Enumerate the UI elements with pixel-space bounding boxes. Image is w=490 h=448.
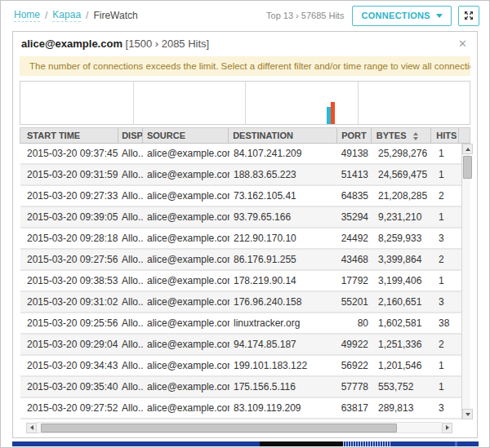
scroll-right-button[interactable] bbox=[442, 423, 452, 433]
cell-disposition: Allo... bbox=[118, 250, 143, 269]
chart-bar bbox=[331, 102, 335, 124]
close-icon[interactable]: ✕ bbox=[457, 38, 469, 50]
table-row[interactable]: 2015-03-20 09:27:33Allo...alice@example.… bbox=[20, 186, 461, 207]
table-row[interactable]: 2015-03-20 09:38:53Allo...alice@example.… bbox=[20, 271, 461, 292]
connections-table: START TIME DISPO SOURCE DESTINATION PORT… bbox=[20, 127, 470, 433]
cell-bytes: 1,602,581 bbox=[373, 313, 434, 333]
chart-gridline bbox=[133, 82, 134, 124]
scroll-up-button[interactable] bbox=[462, 144, 473, 154]
cell-start-time: 2015-03-20 09:38:53 bbox=[20, 271, 118, 291]
cell-hits: 1 bbox=[434, 377, 461, 397]
cell-destination: 83.109.119.209 bbox=[229, 398, 339, 418]
chart-gridline bbox=[245, 82, 246, 124]
scroll-down-button[interactable] bbox=[462, 409, 473, 419]
cell-start-time: 2015-03-20 09:29:04 bbox=[20, 335, 118, 354]
cell-start-time: 2015-03-20 09:37:45 bbox=[20, 144, 118, 163]
cell-hits: 2 bbox=[434, 335, 461, 354]
triangle-up-icon bbox=[466, 148, 470, 151]
cell-hits: 38 bbox=[434, 313, 461, 333]
cell-destination: 188.83.65.223 bbox=[229, 165, 339, 184]
vertical-scrollbar[interactable] bbox=[461, 144, 470, 419]
cell-bytes: 25,298,276 bbox=[373, 144, 434, 163]
connections-dropdown-button[interactable]: CONNECTIONS bbox=[352, 6, 452, 26]
top-bar: Home / Kapaa / FireWatch Top 13 › 57685 … bbox=[1, 1, 489, 30]
table-row[interactable]: 2015-03-20 09:31:02Allo...alice@example.… bbox=[20, 292, 461, 313]
window-edge-segment bbox=[392, 441, 455, 446]
table-row[interactable]: 2015-03-20 09:28:18Allo...alice@example.… bbox=[20, 228, 461, 250]
table-row[interactable]: 2015-03-20 09:34:43Allo...alice@example.… bbox=[20, 356, 461, 377]
vertical-scroll-thumb[interactable] bbox=[463, 156, 472, 179]
window-edge-segment bbox=[457, 441, 479, 446]
triangle-down-icon bbox=[466, 413, 470, 416]
cell-source: alice@example.com bbox=[143, 250, 229, 269]
cell-disposition: Allo... bbox=[118, 165, 143, 184]
table-row[interactable]: 2015-03-20 09:27:52Allo...alice@example.… bbox=[20, 398, 461, 419]
cell-start-time: 2015-03-20 09:27:33 bbox=[20, 186, 118, 206]
triangle-right-icon bbox=[446, 425, 449, 430]
column-header-hits[interactable]: HITS bbox=[430, 128, 458, 143]
cell-disposition: Allo... bbox=[118, 144, 143, 163]
cell-destination: 176.96.240.158 bbox=[229, 292, 339, 312]
cell-source: alice@example.com bbox=[143, 356, 229, 375]
cell-source: alice@example.com bbox=[143, 271, 229, 291]
cell-port: 80 bbox=[339, 313, 373, 333]
column-header-source[interactable]: SOURCE bbox=[142, 128, 228, 143]
column-header-disposition[interactable]: DISPO bbox=[118, 128, 142, 143]
column-header-bytes[interactable]: BYTES bbox=[371, 128, 430, 143]
breadcrumb-kapaa[interactable]: Kapaa bbox=[52, 9, 81, 22]
column-header-bytes-label: BYTES bbox=[376, 131, 407, 140]
cell-bytes: 24,569,475 bbox=[373, 165, 434, 184]
horizontal-scroll-thumb[interactable] bbox=[41, 424, 397, 432]
horizontal-scroll-track[interactable] bbox=[37, 422, 442, 433]
cell-destination: 199.101.183.122 bbox=[229, 356, 339, 375]
cell-source: alice@example.com bbox=[143, 377, 229, 397]
triangle-left-icon bbox=[30, 425, 33, 430]
column-header-port[interactable]: PORT bbox=[336, 128, 371, 143]
table-header: START TIME DISPO SOURCE DESTINATION PORT… bbox=[20, 127, 470, 144]
cell-port: 51413 bbox=[339, 165, 373, 184]
horizontal-scrollbar[interactable] bbox=[26, 422, 452, 433]
column-header-start-time[interactable]: START TIME bbox=[20, 128, 118, 143]
cell-hits: 1 bbox=[434, 271, 461, 291]
cell-disposition: Allo... bbox=[118, 313, 143, 333]
breadcrumb: Home / Kapaa / FireWatch bbox=[14, 9, 138, 22]
cell-source: alice@example.com bbox=[143, 335, 229, 354]
cell-hits: 3 bbox=[434, 398, 461, 418]
cell-destination: 73.162.105.41 bbox=[229, 186, 339, 206]
table-row[interactable]: 2015-03-20 09:27:56Allo...alice@example.… bbox=[20, 250, 461, 271]
hits-summary: Top 13 › 57685 Hits bbox=[266, 11, 344, 20]
cell-hits: 2 bbox=[434, 250, 461, 269]
scroll-left-button[interactable] bbox=[26, 423, 37, 433]
breadcrumb-separator: / bbox=[45, 10, 47, 21]
table-row[interactable]: 2015-03-20 09:31:59Allo...alice@example.… bbox=[20, 165, 461, 186]
table-row[interactable]: 2015-03-20 09:39:05Allo...alice@example.… bbox=[20, 207, 461, 228]
warning-banner: The number of connections exceeds the li… bbox=[20, 56, 470, 76]
sort-icon bbox=[413, 132, 418, 140]
cell-hits: 3 bbox=[434, 292, 461, 312]
cell-hits: 1 bbox=[434, 207, 461, 227]
cell-bytes: 1,201,546 bbox=[373, 356, 434, 375]
window-edge-segment bbox=[12, 441, 260, 446]
cell-port: 56922 bbox=[339, 356, 373, 375]
panel-title: alice@example.com [1500 › 2085 Hits] bbox=[21, 38, 209, 50]
cell-destination: 86.176.91.255 bbox=[229, 250, 339, 269]
cell-port: 43468 bbox=[339, 250, 373, 269]
cell-start-time: 2015-03-20 09:31:02 bbox=[20, 292, 118, 312]
table-row[interactable]: 2015-03-20 09:37:45Allo...alice@example.… bbox=[20, 144, 461, 165]
cell-disposition: Allo... bbox=[118, 207, 143, 227]
cell-start-time: 2015-03-20 09:35:40 bbox=[20, 377, 118, 397]
cell-source: alice@example.com bbox=[143, 165, 229, 184]
cell-disposition: Allo... bbox=[118, 398, 143, 418]
expand-icon bbox=[463, 10, 474, 21]
timeline-chart[interactable] bbox=[20, 81, 470, 125]
breadcrumb-current-firewatch: FireWatch bbox=[93, 10, 137, 21]
cell-disposition: Allo... bbox=[118, 356, 143, 375]
table-row[interactable]: 2015-03-20 09:25:56Allo...alice@example.… bbox=[20, 313, 461, 335]
breadcrumb-home[interactable]: Home bbox=[14, 9, 40, 22]
column-header-destination[interactable]: DESTINATION bbox=[228, 128, 336, 143]
table-row[interactable]: 2015-03-20 09:35:40Allo...alice@example.… bbox=[20, 377, 461, 398]
cell-disposition: Allo... bbox=[118, 377, 143, 397]
app-window: Home / Kapaa / FireWatch Top 13 › 57685 … bbox=[0, 0, 490, 448]
expand-button[interactable] bbox=[458, 6, 479, 26]
table-row[interactable]: 2015-03-20 09:29:04Allo...alice@example.… bbox=[20, 335, 461, 356]
